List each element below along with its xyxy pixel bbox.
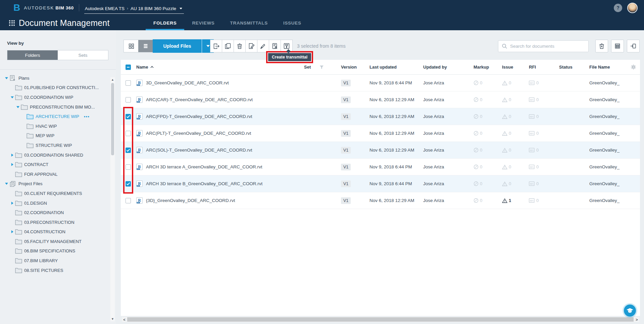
table-row[interactable]: RRVTARC(PLT)-T_GreenOvalley_DOE_ARC_COOR… [121,125,640,142]
select-all-checkbox[interactable] [126,65,131,70]
document-name[interactable]: ARC(SOL)-T_GreenOvalley_DOE_ARC_COORD.rv… [146,148,252,153]
move-button[interactable] [210,40,222,52]
table-row[interactable]: RRVTARC(SOL)-T_GreenOvalley_DOE_ARC_COOR… [121,142,640,159]
tree-item-01-published-for-constructi[interactable]: 01.PUBLISHED FOR CONSTRUCTI... [0,83,116,93]
tree-item-label[interactable]: 07.BIM LIBRARY [24,258,58,263]
table-row[interactable]: RRVTARCH 3D terrace B_GreenOvalley_DOE_A… [121,175,640,192]
tree-item-label[interactable]: CONTRACT [24,162,48,167]
row-checkbox[interactable] [126,164,131,170]
chevron-down-icon[interactable] [180,8,182,9]
row-checkbox[interactable] [126,198,131,203]
tree-item-02-coordination-wip[interactable]: 02.COORDINATION WIP [0,92,116,102]
caret-expanded-icon[interactable] [3,77,9,79]
table-row[interactable]: RRVTARCH 3D terrace A_GreenOvalley_DOE_A… [121,159,640,175]
review-button[interactable] [269,40,281,52]
scroll-up-icon[interactable]: ▲ [110,77,115,82]
scroll-left-icon[interactable]: < [122,317,127,322]
tree-item-label[interactable]: MEP WIP [36,133,54,138]
scrollbar-thumb[interactable] [111,83,114,155]
column-header-set[interactable]: Set [304,65,341,70]
edit-button[interactable] [245,40,257,52]
tree-item-label[interactable]: Plans [18,76,30,81]
tree-item-hvac-wip[interactable]: HVAC WIP [0,121,116,131]
caret-collapsed-icon[interactable] [9,154,15,157]
tree-item-label[interactable]: 00.CLIENT REQUIREMENTS [24,191,82,196]
breadcrumb[interactable]: Autodesk EMEA TS › AU 18 BIM 360 Puzzle [84,5,184,14]
scroll-down-icon[interactable]: ▼ [110,317,115,321]
document-name[interactable]: ARC(FPD)-T_GreenOvalley_DOE_ARC_COORD.rv… [146,114,252,119]
row-checkbox[interactable] [126,181,131,187]
column-header-markup[interactable]: Markup [474,65,502,70]
hscrollbar-thumb[interactable] [127,317,634,322]
caret-collapsed-icon[interactable] [9,202,15,205]
toggle-folders[interactable]: Folders [7,50,58,60]
tree-item-label[interactable]: 06.BIM SPECIFICATIONS [24,248,75,253]
column-header-rfi[interactable]: RFI [529,65,559,70]
row-checkbox[interactable] [126,97,131,103]
tree-item-contract[interactable]: CONTRACT [0,160,116,169]
more-options-icon[interactable]: ••• [84,114,90,119]
document-name[interactable]: ARC(CAR)-T_GreenOvalley_DOE_ARC_COORD.rv… [146,97,253,102]
scroll-right-icon[interactable]: > [634,317,639,322]
column-header-name[interactable]: Name [136,65,304,70]
help-button[interactable]: ? [614,4,622,12]
learning-assistant-button[interactable] [624,305,636,317]
document-name[interactable]: ARCH 3D terrace B_GreenOvalley_DOE_ARC_C… [146,181,262,186]
search-input[interactable] [510,44,588,49]
tab-folders[interactable]: FOLDERS [146,15,184,30]
deleted-items-button[interactable] [595,40,608,52]
column-header-issue[interactable]: Issue [502,65,529,70]
tree-item-label[interactable]: Project Files [18,181,43,186]
row-checkbox[interactable] [126,131,131,136]
file-name-cell[interactable]: RRVT{3D}_GreenOvalley_DOE_ARC_COORD.rvt [136,197,304,204]
document-name[interactable]: 3D_GreenOvalley_DOE_ARC_COOR.rvt [146,80,229,85]
tree-item-label[interactable]: 01.DESIGN [24,201,47,206]
reports-button[interactable] [611,40,624,52]
tree-item-07-bim-library[interactable]: 07.BIM LIBRARY [0,256,116,266]
tree-item-03-preconstruction[interactable]: 03.PRECONSTRUCTION [0,217,116,227]
document-name[interactable]: ARC(PLT)-T_GreenOvalley_DOE_ARC_COORD.rv… [146,131,251,136]
caret-collapsed-icon[interactable] [9,163,15,166]
document-name[interactable]: {3D}_GreenOvalley_DOE_ARC_COORD.rvt [146,198,235,203]
delete-button[interactable] [234,40,246,52]
tree-item-label[interactable]: PRECONSTRUCTION BIM MO... [30,105,95,110]
file-name-cell[interactable]: RRVTARCH 3D terrace A_GreenOvalley_DOE_A… [136,164,304,170]
file-name-cell[interactable]: RRVT3D_GreenOvalley_DOE_ARC_COOR.rvt [136,80,304,86]
upload-files-button[interactable]: Upload Files [153,39,202,53]
tree-item-03-coordination-shared[interactable]: 03.COORDINATION SHARED [0,150,116,160]
tree-item-label[interactable]: 05.FACILITY MANAGEMENT [24,239,82,244]
caret-expanded-icon[interactable] [15,106,21,108]
tree-item-mep-wip[interactable]: MEP WIP [0,131,116,141]
caret-collapsed-icon[interactable] [9,230,15,233]
caret-expanded-icon[interactable] [9,96,15,98]
tab-issues[interactable]: ISSUES [276,15,309,30]
tree-item-label[interactable]: 02.COORDINATION [24,210,64,215]
file-name-cell[interactable]: RRVTARC(CAR)-T_GreenOvalley_DOE_ARC_COOR… [136,96,304,103]
tree-item-plans[interactable]: Plans [0,73,116,83]
tree-item-for-approval[interactable]: FOR APPROVAL [0,169,116,179]
list-view-button[interactable] [138,40,153,52]
tree-item-02-coordination[interactable]: 02.COORDINATION [0,208,116,217]
column-header-status[interactable]: Status [559,65,589,70]
export-button[interactable] [627,40,640,52]
pen-markup-button[interactable] [257,40,269,52]
tree-item-label[interactable]: 01.PUBLISHED FOR CONSTRUCTI... [24,85,99,90]
tree-item-00-client-requirements[interactable]: 00.CLIENT REQUIREMENTS [0,189,116,198]
tree-item-label[interactable]: 08.SITE PICTURES [24,268,63,273]
tree-item-01-design[interactable]: 01.DESIGN [0,198,116,208]
avatar[interactable] [627,3,638,13]
table-row[interactable]: RRVTARC(CAR)-T_GreenOvalley_DOE_ARC_COOR… [121,91,640,108]
tree-item-label[interactable]: FOR APPROVAL [24,172,57,177]
column-header-file-name[interactable]: File Name [589,65,626,70]
tree-item-label[interactable]: 02.COORDINATION WIP [24,95,73,100]
tree-item-label[interactable]: 03.COORDINATION SHARED [24,153,83,158]
tree-item-05-facility-management[interactable]: 05.FACILITY MANAGEMENT [0,237,116,246]
row-checkbox[interactable] [126,114,131,119]
tree-item-architecture-wip[interactable]: ARCHITECTURE WIP••• [0,112,116,121]
tab-reviews[interactable]: REVIEWS [184,15,222,30]
column-settings-button[interactable] [626,64,640,70]
tree-item-project-files[interactable]: Project Files [0,179,116,189]
tree-item-04-construction[interactable]: 04.CONSTRUCTION [0,227,116,237]
column-header-updated-by[interactable]: Updated by [423,65,474,70]
breadcrumb-project[interactable]: AU 18 BIM 360 Puzzle [131,6,176,11]
